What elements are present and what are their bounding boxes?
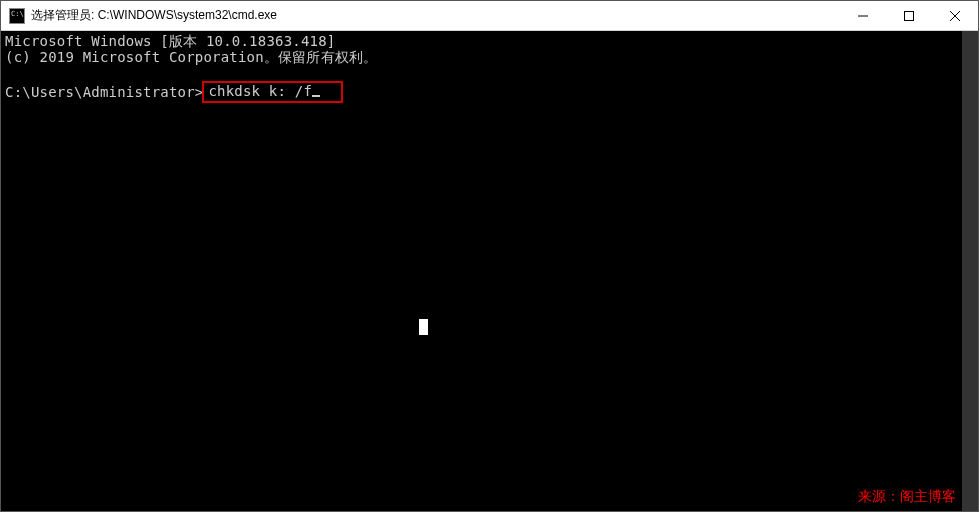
terminal-area[interactable]: Microsoft Windows [版本 10.0.18363.418] (c… <box>1 31 978 511</box>
window-controls <box>840 1 978 30</box>
window-title: 选择管理员: C:\WINDOWS\system32\cmd.exe <box>31 7 840 24</box>
watermark-text: 来源：阁主博客 <box>858 489 956 505</box>
command-highlight-box: chkdsk k: /f <box>202 81 343 103</box>
titlebar[interactable]: 选择管理员: C:\WINDOWS\system32\cmd.exe <box>1 1 978 31</box>
svg-rect-1 <box>905 11 914 20</box>
text-cursor <box>312 95 320 97</box>
maximize-button[interactable] <box>886 1 932 30</box>
close-icon <box>950 11 960 21</box>
minimize-icon <box>858 11 868 21</box>
block-cursor <box>419 319 428 335</box>
close-button[interactable] <box>932 1 978 30</box>
command-text: chkdsk k: /f <box>208 83 312 99</box>
scrollbar-track[interactable] <box>962 31 978 511</box>
terminal-output-line: (c) 2019 Microsoft Corporation。保留所有权利。 <box>5 49 974 65</box>
terminal-output-line: Microsoft Windows [版本 10.0.18363.418] <box>5 33 974 49</box>
prompt-text: C:\Users\Administrator> <box>5 84 203 100</box>
cmd-icon <box>9 8 25 24</box>
scrollbar-thumb[interactable] <box>962 31 978 511</box>
minimize-button[interactable] <box>840 1 886 30</box>
cmd-window: 选择管理员: C:\WINDOWS\system32\cmd.exe Micro… <box>0 0 979 512</box>
terminal-blank-line <box>5 65 974 81</box>
maximize-icon <box>904 11 914 21</box>
terminal-prompt-line: C:\Users\Administrator>chkdsk k: /f <box>5 81 974 103</box>
